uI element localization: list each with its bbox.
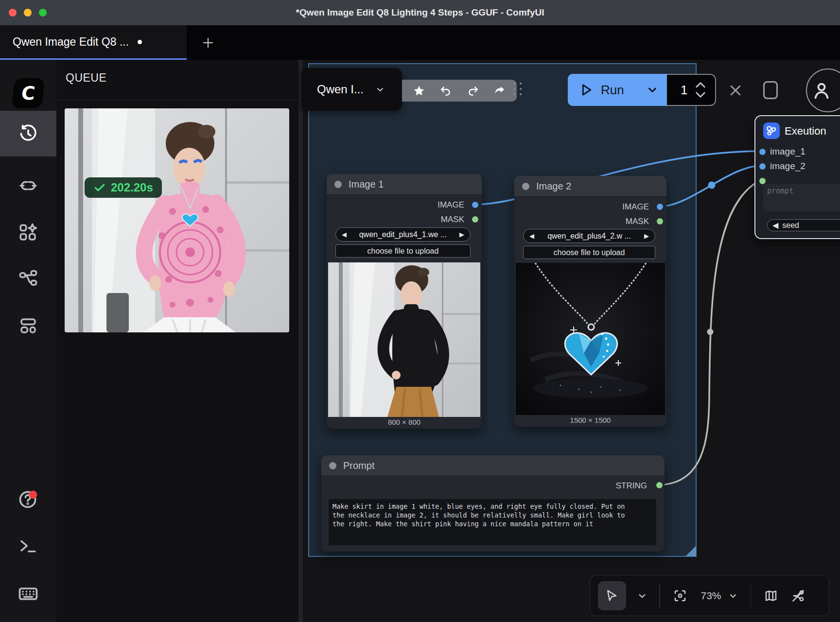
- badge-time: 202.20s: [111, 181, 153, 194]
- node-image-2[interactable]: Image 2 IMAGE MASK ◀ qwen_edit_plus4_2.w…: [514, 176, 666, 427]
- sidebar-item-terminal[interactable]: [0, 524, 56, 570]
- output-label-image: IMAGE: [438, 200, 464, 210]
- notification-dot-icon: [29, 491, 37, 499]
- divider: [56, 100, 298, 100]
- subgraph-icon: [763, 122, 780, 139]
- stop-square-icon[interactable]: [763, 81, 778, 99]
- select-tool-button[interactable]: [598, 581, 626, 610]
- terminal-icon: [18, 536, 38, 557]
- output-port-image[interactable]: [472, 201, 479, 208]
- seed-label: seed: [782, 221, 799, 230]
- cancel-run-icon[interactable]: [728, 83, 743, 98]
- tab-qwen-image-edit[interactable]: Qwen Image Edit Q8 ...: [0, 25, 187, 60]
- run-options-chevron-icon[interactable]: [646, 83, 659, 97]
- macos-titlebar: *Qwen Image Edit Q8 Lighting 4 Steps - G…: [0, 0, 840, 25]
- sidebar-item-logo[interactable]: C: [0, 70, 56, 116]
- node-header[interactable]: Prompt: [321, 455, 665, 476]
- zoom-chevron-icon[interactable]: [727, 590, 739, 602]
- output-port-image[interactable]: [656, 203, 664, 210]
- sidebar-item-workflows[interactable]: [0, 256, 56, 302]
- close-traffic-light-icon[interactable]: [9, 9, 17, 17]
- combo-next-icon[interactable]: ▶: [459, 231, 464, 238]
- queue-header: QUEUE: [66, 71, 106, 85]
- input-port-image1[interactable]: [759, 148, 766, 156]
- choose-file-button[interactable]: choose file to upload: [523, 246, 655, 259]
- fit-view-icon[interactable]: [673, 588, 687, 603]
- sidebar-item-templates[interactable]: [0, 303, 56, 348]
- tab-label: Qwen Image Edit Q8 ...: [13, 35, 129, 49]
- step-down-icon[interactable]: [695, 92, 706, 98]
- run-button[interactable]: Run: [568, 74, 667, 106]
- node-status-dot-icon: [334, 181, 342, 188]
- workflow-tabbar: Qwen Image Edit Q8 ...: [0, 25, 840, 60]
- preview-heart-necklace: [516, 263, 665, 415]
- zoom-level[interactable]: 73%: [701, 590, 721, 602]
- image1-preview[interactable]: [328, 262, 480, 417]
- combo-next-icon[interactable]: ▶: [644, 233, 649, 239]
- toolbar-drag-handle-icon[interactable]: [513, 83, 523, 95]
- output-label-mask: MASK: [441, 215, 464, 225]
- sidebar-rail: C: [0, 60, 56, 622]
- history-icon: [18, 123, 38, 144]
- undo-icon[interactable]: [439, 84, 453, 98]
- panel-resize-handle[interactable]: [298, 60, 303, 622]
- image-file-combo[interactable]: ◀ qwen_edit_plus4_1.we ... ▶: [335, 227, 471, 242]
- output-port-mask[interactable]: [656, 218, 664, 225]
- output-port-string[interactable]: [656, 482, 663, 489]
- combo-prev-icon[interactable]: ◀: [342, 231, 347, 238]
- unsaved-dot-icon: [138, 40, 142, 44]
- preview-black-turtleneck: [328, 262, 480, 417]
- queue-panel: QUEUE: [56, 60, 298, 622]
- node-image-1[interactable]: Image 1 IMAGE MASK ◀ qwen_edit_plus4_1.w…: [327, 174, 482, 429]
- batch-count-value: 1: [681, 83, 687, 98]
- minimap-icon[interactable]: [764, 588, 778, 603]
- check-icon: [93, 181, 106, 194]
- output-port-mask[interactable]: [472, 216, 479, 223]
- share-icon[interactable]: [493, 85, 506, 97]
- node-header[interactable]: Image 1: [327, 174, 482, 195]
- window-title: *Qwen Image Edit Q8 Lighting 4 Steps - G…: [296, 7, 544, 18]
- play-icon: [578, 82, 594, 98]
- divider: [751, 584, 752, 608]
- prompt-placeholder: prompt: [767, 187, 793, 195]
- result-image-pink-sweater: [65, 108, 289, 332]
- seed-widget[interactable]: ◀ seed: [767, 219, 840, 231]
- sidebar-item-model-library[interactable]: [0, 163, 56, 208]
- link-visibility-off-icon[interactable]: [791, 588, 805, 603]
- zoom-traffic-light-icon[interactable]: [39, 9, 47, 17]
- node-execution[interactable]: Exeution image_1 image_2 prompt ◀ seed: [754, 115, 840, 239]
- combo-prev-icon[interactable]: ◀: [772, 221, 778, 230]
- node-title: Exeution: [785, 125, 826, 138]
- new-tab-button[interactable]: [198, 33, 218, 52]
- queue-result-thumbnail[interactable]: 202.20s: [65, 108, 289, 332]
- keyboard-icon: [18, 583, 39, 605]
- tool-options-chevron-icon[interactable]: [636, 589, 648, 602]
- sidebar-item-queue-history[interactable]: [0, 111, 56, 156]
- node-prompt[interactable]: Prompt STRING Make skirt in image 1 whit…: [321, 455, 665, 552]
- node-header[interactable]: Image 2: [514, 176, 666, 197]
- redo-icon[interactable]: [466, 84, 480, 98]
- prompt-text-widget[interactable]: Make skirt in image 1 white, blue eyes, …: [329, 499, 656, 545]
- sidebar-item-help[interactable]: [0, 477, 56, 522]
- image-size-caption: 1500 × 1500: [514, 416, 666, 424]
- templates-icon: [18, 315, 38, 336]
- minimize-traffic-light-icon[interactable]: [24, 9, 32, 17]
- output-label-image: IMAGE: [622, 202, 649, 212]
- workflow-selector[interactable]: Qwen I...: [301, 68, 402, 111]
- sidebar-item-shortcuts[interactable]: [0, 571, 56, 617]
- combo-prev-icon[interactable]: ◀: [529, 233, 534, 239]
- input-port-image2[interactable]: [759, 163, 766, 170]
- star-icon[interactable]: [413, 85, 425, 97]
- prompt-input-widget[interactable]: prompt: [763, 184, 840, 211]
- step-up-icon[interactable]: [695, 82, 706, 88]
- sidebar-item-node-library[interactable]: [0, 209, 56, 255]
- queue-success-badge: 202.20s: [85, 177, 162, 198]
- image2-preview[interactable]: [516, 263, 665, 415]
- group-resize-corner[interactable]: [685, 546, 696, 556]
- combo-value: qwen_edit_plus4_2.w ...: [547, 232, 631, 241]
- output-label-mask: MASK: [626, 217, 649, 226]
- batch-count-stepper[interactable]: 1: [667, 74, 716, 106]
- image-file-combo[interactable]: ◀ qwen_edit_plus4_2.w ... ▶: [523, 229, 655, 243]
- input-port-prompt[interactable]: [759, 177, 766, 185]
- choose-file-button[interactable]: choose file to upload: [335, 244, 471, 258]
